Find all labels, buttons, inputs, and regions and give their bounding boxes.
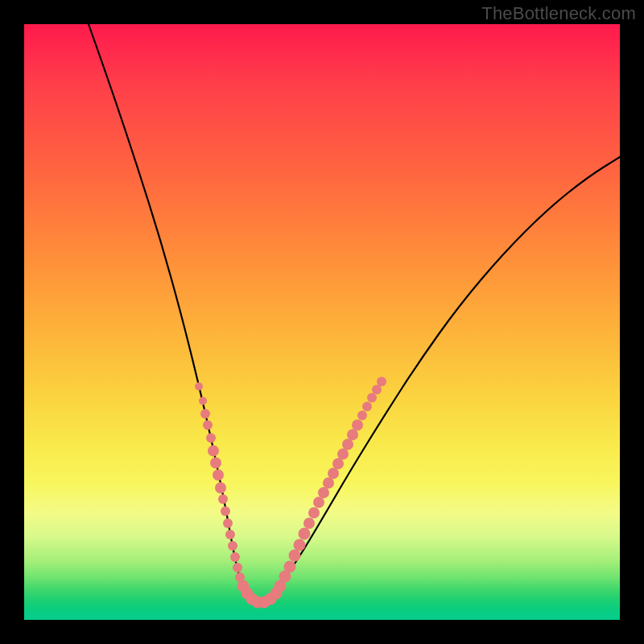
bead (294, 539, 306, 551)
plot-area (24, 24, 620, 620)
bead (362, 402, 372, 411)
bead (342, 439, 353, 450)
bead (289, 550, 301, 562)
bead (308, 507, 320, 518)
chart-frame: TheBottleneck.com (0, 0, 644, 644)
bead (213, 469, 224, 481)
bead (233, 563, 242, 572)
bead (195, 382, 203, 390)
bottleneck-curve (89, 24, 620, 601)
bead-group (195, 377, 386, 609)
bead (332, 458, 344, 469)
bead (328, 468, 339, 479)
bead (225, 530, 235, 539)
bead (284, 561, 296, 573)
bead (218, 494, 228, 504)
bead (208, 445, 219, 456)
bead (215, 482, 226, 493)
bead (200, 409, 210, 419)
bead (199, 397, 207, 405)
bead (230, 552, 240, 562)
bead (323, 477, 334, 489)
bead (221, 506, 230, 516)
bead (318, 487, 329, 498)
bead (206, 433, 216, 443)
bead (210, 457, 221, 469)
bead (337, 448, 349, 460)
curve-svg (24, 24, 620, 620)
bead (313, 497, 324, 508)
bead (377, 377, 386, 386)
bead (203, 420, 213, 430)
watermark-text: TheBottleneck.com (481, 3, 636, 24)
bead (372, 385, 382, 394)
bead (357, 411, 367, 420)
bead (303, 518, 315, 529)
bead (352, 419, 363, 431)
bead (347, 429, 358, 440)
bead (223, 518, 233, 528)
bead (228, 541, 237, 551)
bead (367, 393, 377, 402)
bead (299, 528, 311, 540)
